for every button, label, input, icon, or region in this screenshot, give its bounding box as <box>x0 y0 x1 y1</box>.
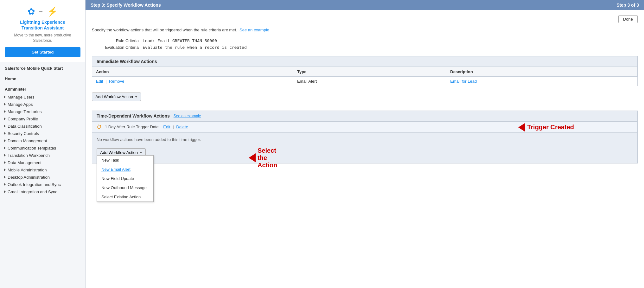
trigger-body: No workflow actions have been added to t… <box>92 133 637 163</box>
sidebar-item-label: Gmail Integration and Sync <box>8 189 57 194</box>
sidebar-item-label: Outlook Integration and Sync <box>8 182 61 187</box>
dropdown-item-new-task[interactable]: New Task <box>97 156 153 165</box>
sidebar-item-communication-templates[interactable]: Communication Templates <box>0 144 85 152</box>
sidebar-triangle-icon <box>4 183 6 186</box>
info-table: Rule Criteria Lead: Email GREATER THAN 5… <box>92 38 638 50</box>
sidebar-item-label: Mobile Administration <box>8 168 47 172</box>
done-button[interactable]: Done <box>618 15 638 23</box>
sidebar-item-label: Manage Apps <box>8 102 33 107</box>
rule-criteria-label: Rule Criteria <box>92 38 143 43</box>
sidebar-item-label: Communication Templates <box>8 146 56 150</box>
sidebar-item-desktop-administration[interactable]: Desktop Administration <box>0 174 85 181</box>
col-action: Action <box>92 67 293 76</box>
sidebar-triangle-icon <box>4 95 6 99</box>
dropdown-item-new-email-alert[interactable]: New Email Alert <box>97 165 153 174</box>
quick-start-label: Salesforce Mobile Quick Start <box>0 62 85 73</box>
immediate-section-title: Immediate Workflow Actions <box>97 59 157 64</box>
time-dependent-section-title: Time-Dependent Workflow Actions <box>97 113 170 118</box>
arrow-icon: → <box>38 8 44 15</box>
trigger-edit-link[interactable]: Edit <box>163 125 170 129</box>
select-action-annotation: Select the Action <box>249 147 277 169</box>
trigger-clock-icon: ⏱ <box>97 124 102 130</box>
add-action-dropdown-container: Add Workflow Action New TaskNew Email Al… <box>97 145 146 160</box>
step-header: Step 3: Specify Workflow Actions Step 3 … <box>86 0 644 10</box>
pipe-trigger: | <box>173 125 174 129</box>
sidebar-triangle-icon <box>4 117 6 120</box>
main-content: Step 3: Specify Workflow Actions Step 3 … <box>86 0 644 288</box>
add-workflow-action-label2: Add Workflow Action <box>100 150 138 155</box>
main-body: Done Specify the workflow actions that w… <box>86 10 644 288</box>
dropdown-arrow-icon2 <box>140 152 142 153</box>
add-action-dropdown-menu: New TaskNew Email AlertNew Field UpdateN… <box>97 155 154 202</box>
table-cell-type: Email Alert <box>293 76 446 86</box>
dropdown-item-select-existing-action[interactable]: Select Existing Action <box>97 192 153 202</box>
sidebar-triangle-icon <box>4 110 6 113</box>
dropdown-item-new-field-update[interactable]: New Field Update <box>97 174 153 183</box>
dropdown-item-new-outbound-message[interactable]: New Outbound Message <box>97 183 153 192</box>
assistant-title: Lightning ExperienceTransition Assistant <box>5 19 80 31</box>
trigger-title: 1 Day After Rule Trigger Date Edit | Del… <box>105 125 188 129</box>
sidebar-triangle-icon <box>4 176 6 179</box>
sidebar-item-label: Security Controls <box>8 131 39 136</box>
sidebar-item-label: Translation Workbench <box>8 153 50 158</box>
sidebar-item-label: Manage Territories <box>8 109 41 114</box>
col-description: Description <box>446 67 638 76</box>
sidebar-triangle-icon <box>4 154 6 157</box>
sidebar-triangle-icon <box>4 161 6 164</box>
table-row: Edit | Remove Email Alert Email for Lead <box>92 76 638 86</box>
sidebar-item-data-management[interactable]: Data Management <box>0 159 85 166</box>
pipe-separator: | <box>105 79 106 84</box>
sidebar-item-gmail-integration-and-sync[interactable]: Gmail Integration and Sync <box>0 188 85 195</box>
sidebar-triangle-icon <box>4 190 6 193</box>
sidebar-triangle-icon <box>4 139 6 142</box>
select-annotation-text: Select the Action <box>258 147 277 169</box>
table-cell-description: Email for Lead <box>446 76 638 86</box>
sidebar-triangle-icon <box>4 168 6 171</box>
sidebar-item-manage-apps[interactable]: Manage Apps <box>0 101 85 108</box>
sidebar-item-data-classification[interactable]: Data Classification <box>0 123 85 130</box>
get-started-button[interactable]: Get Started <box>5 47 80 57</box>
immediate-section-header: Immediate Workflow Actions <box>92 56 638 67</box>
sidebar-item-label: Domain Management <box>8 138 47 143</box>
sidebar-item-label: Company Profile <box>8 117 38 121</box>
see-example-link2[interactable]: See an example <box>174 114 201 118</box>
no-actions-message: No workflow actions have been added to t… <box>97 137 633 142</box>
sidebar-item-manage-territories[interactable]: Manage Territories <box>0 108 85 115</box>
see-example-link1[interactable]: See an example <box>239 28 269 32</box>
sidebar-item-translation-workbench[interactable]: Translation Workbench <box>0 152 85 159</box>
col-type: Type <box>293 67 446 76</box>
sidebar-item-outlook-integration-and-sync[interactable]: Outlook Integration and Sync <box>0 181 85 188</box>
sidebar-item-label: Manage Users <box>8 95 35 99</box>
salesforce-logo-icon: ✿ <box>28 6 35 17</box>
rule-criteria-value: Lead: Email GREATER THAN 50000 <box>143 38 217 43</box>
sidebar-triangle-icon <box>4 146 6 150</box>
sidebar-item-company-profile[interactable]: Company Profile <box>0 115 85 123</box>
time-dependent-section-header: Time-Dependent Workflow Actions See an e… <box>92 111 638 121</box>
sidebar-triangle-icon <box>4 125 6 128</box>
home-label[interactable]: Home <box>0 73 85 83</box>
sidebar: ✿ → ⚡ Lightning ExperienceTransition Ass… <box>0 0 86 288</box>
trigger-delete-link[interactable]: Delete <box>176 125 188 129</box>
trigger-header: ⏱ 1 Day After Rule Trigger Date Edit | D… <box>92 122 637 133</box>
sidebar-nav: Manage Users Manage Apps Manage Territor… <box>0 93 85 195</box>
remove-link-immediate[interactable]: Remove <box>109 79 124 84</box>
sidebar-item-domain-management[interactable]: Domain Management <box>0 137 85 144</box>
trigger-box: ⏱ 1 Day After Rule Trigger Date Edit | D… <box>92 121 638 163</box>
sidebar-item-mobile-administration[interactable]: Mobile Administration <box>0 166 85 174</box>
sidebar-triangle-icon <box>4 132 6 135</box>
evaluation-criteria-value: Evaluate the rule when a record is creat… <box>143 45 247 50</box>
assistant-subtitle: Move to the new, more productive Salesfo… <box>5 33 80 43</box>
edit-link-immediate[interactable]: Edit <box>96 79 103 84</box>
evaluation-criteria-label: Evaluation Criteria <box>92 45 143 50</box>
sidebar-item-manage-users[interactable]: Manage Users <box>0 93 85 101</box>
table-cell-action: Edit | Remove <box>92 76 293 86</box>
sidebar-item-label: Data Management <box>8 160 41 165</box>
instructions: Specify the workflow actions that will b… <box>92 27 638 33</box>
sidebar-item-security-controls[interactable]: Security Controls <box>0 130 85 137</box>
sidebar-triangle-icon <box>4 103 6 106</box>
add-workflow-action-label: Add Workflow Action <box>95 94 133 99</box>
email-for-lead-link[interactable]: Email for Lead <box>450 79 477 84</box>
sidebar-item-label: Desktop Administration <box>8 175 50 180</box>
time-dependent-area: Time-Dependent Workflow Actions See an e… <box>92 111 638 163</box>
add-workflow-action-button-immediate[interactable]: Add Workflow Action <box>92 93 141 101</box>
